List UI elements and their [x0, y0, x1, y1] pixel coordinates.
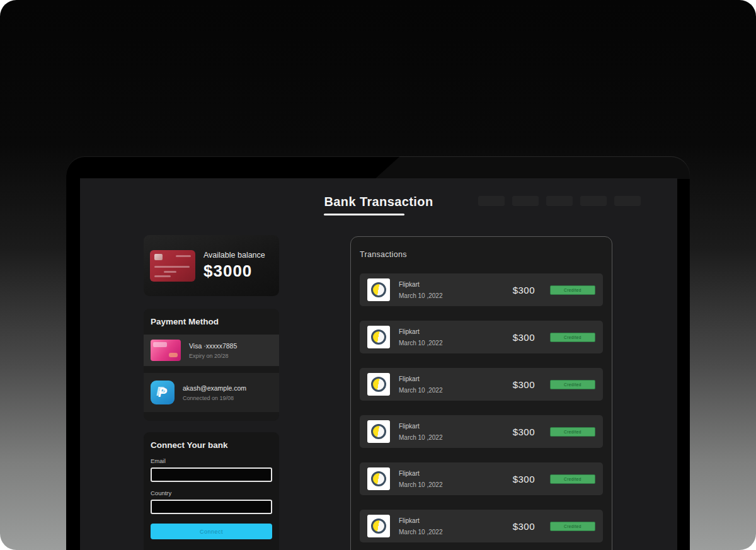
- connect-button[interactable]: Connect: [151, 524, 272, 539]
- payment-method-card: Payment Method Visa ·xxxxx7885 Expiry on…: [144, 309, 279, 421]
- transaction-row[interactable]: Flipkart March 10 ,2022 $300 Credited: [360, 273, 603, 306]
- balance-amount: $3000: [203, 261, 265, 281]
- transaction-row[interactable]: Flipkart March 10 ,2022 $300 Credited: [360, 510, 603, 542]
- transaction-amount: $300: [513, 285, 535, 295]
- nav-placeholder: [546, 196, 573, 206]
- merchant-name: Flipkart: [399, 375, 443, 382]
- payment-method-visa[interactable]: Visa ·xxxxx7885 Expiry on 20/28: [144, 335, 279, 366]
- country-field[interactable]: [151, 500, 272, 514]
- balance-info: Available balance $3000: [203, 251, 265, 281]
- status-badge[interactable]: Credited: [550, 333, 595, 342]
- bank-card-image: [150, 250, 195, 282]
- email-label: Email: [151, 457, 272, 464]
- merchant-name: Flipkart: [399, 470, 443, 477]
- transaction-amount: $300: [513, 474, 535, 484]
- flipkart-logo-icon: [367, 467, 390, 490]
- transaction-amount: $300: [513, 427, 535, 437]
- paypal-connected-date: Connected on 19/08: [183, 395, 246, 401]
- flipkart-logo-icon: [367, 326, 390, 348]
- connect-bank-title: Connect Your bank: [151, 440, 272, 450]
- status-badge[interactable]: Credited: [550, 285, 595, 295]
- left-column: Available balance $3000 Payment Method V…: [144, 235, 279, 550]
- payment-method-paypal[interactable]: P P akash@example.com Connected on 19/08: [144, 373, 279, 412]
- payment-method-title: Payment Method: [144, 317, 279, 326]
- status-badge[interactable]: Credited: [550, 380, 595, 389]
- nav-placeholder: [478, 196, 505, 206]
- visa-expiry: Expiry on 20/28: [189, 353, 237, 359]
- nav-placeholder: [614, 196, 641, 206]
- transaction-amount: $300: [513, 332, 535, 343]
- transaction-row[interactable]: Flipkart March 10 ,2022 $300 Credited: [360, 321, 603, 353]
- transaction-date: March 10 ,2022: [399, 434, 443, 441]
- transaction-amount: $300: [513, 521, 535, 532]
- transaction-row[interactable]: Flipkart March 10 ,2022 $300 Credited: [360, 415, 603, 448]
- page-header: Bank Transaction: [324, 195, 433, 215]
- flipkart-logo-icon: [367, 278, 390, 301]
- transaction-amount: $300: [513, 379, 535, 390]
- flipkart-logo-icon: [367, 515, 390, 537]
- country-label: Country: [151, 490, 272, 496]
- paypal-icon: P P: [151, 381, 175, 404]
- nav-placeholder: [512, 196, 539, 206]
- card-chip-icon: [154, 254, 163, 260]
- balance-card: Available balance $3000: [144, 235, 279, 296]
- transaction-date: March 10 ,2022: [399, 340, 443, 347]
- app-screen: Bank Transaction Available balance $3: [80, 178, 677, 550]
- balance-label: Available balance: [203, 251, 265, 260]
- title-underline: [324, 214, 404, 215]
- page-background: Bank Transaction Available balance $3: [0, 0, 756, 550]
- merchant-name: Flipkart: [399, 517, 443, 524]
- visa-number: Visa ·xxxxx7885: [189, 342, 237, 350]
- transaction-row[interactable]: Flipkart March 10 ,2022 $300 Credited: [360, 462, 603, 495]
- laptop-frame: Bank Transaction Available balance $3: [66, 156, 690, 550]
- bezel-glare: [375, 156, 690, 179]
- status-badge[interactable]: Credited: [550, 522, 595, 531]
- merchant-name: Flipkart: [399, 281, 443, 288]
- connect-bank-card: Connect Your bank Email Country Connect: [144, 432, 279, 550]
- status-badge[interactable]: Credited: [550, 427, 595, 437]
- transaction-date: March 10 ,2022: [399, 387, 443, 394]
- email-field[interactable]: [151, 467, 272, 482]
- transaction-date: March 10 ,2022: [399, 481, 443, 488]
- transactions-title: Transactions: [360, 250, 603, 259]
- visa-card-icon: [151, 340, 181, 361]
- transaction-row[interactable]: Flipkart March 10 ,2022 $300 Credited: [360, 368, 603, 401]
- transactions-panel: Transactions Flipkart March 10 ,2022 $30…: [350, 236, 612, 550]
- paypal-email: akash@example.com: [183, 384, 246, 392]
- page-title: Bank Transaction: [324, 195, 433, 209]
- nav-placeholder: [580, 196, 607, 206]
- flipkart-logo-icon: [367, 373, 390, 396]
- status-badge[interactable]: Credited: [550, 474, 595, 484]
- transaction-date: March 10 ,2022: [399, 292, 443, 299]
- merchant-name: Flipkart: [399, 423, 443, 430]
- flipkart-logo-icon: [367, 420, 390, 443]
- merchant-name: Flipkart: [399, 328, 443, 335]
- transaction-date: March 10 ,2022: [399, 529, 443, 536]
- header-nav-placeholders: [478, 196, 641, 206]
